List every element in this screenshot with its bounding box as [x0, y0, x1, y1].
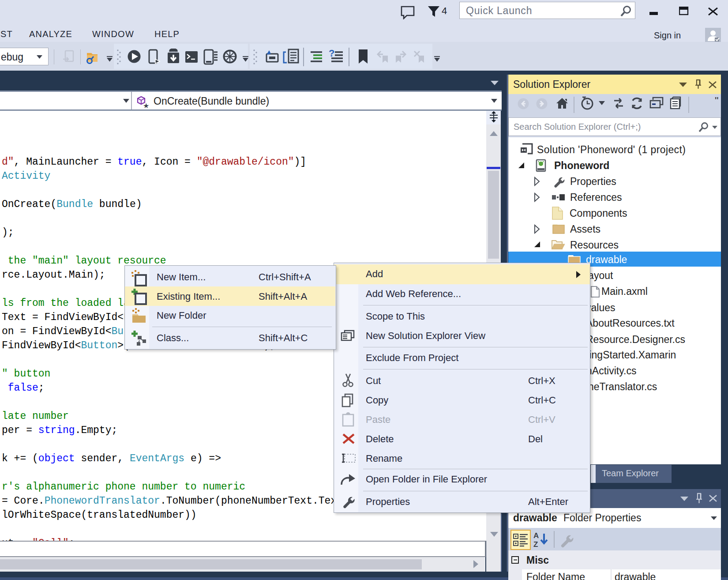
svg-text:★: ★ [143, 102, 149, 108]
svg-text:A: A [533, 531, 539, 540]
svg-text:Z: Z [533, 540, 538, 549]
svg-text:?: ? [329, 49, 334, 59]
